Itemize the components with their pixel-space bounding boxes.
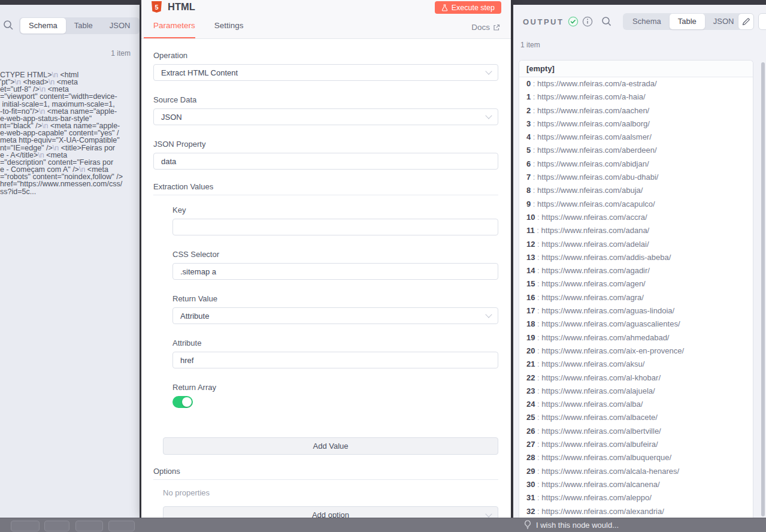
output-panel: OUTPUT Schema Table JSON 1 item [empty] … (513, 5, 766, 518)
canvas-button-ghost (75, 521, 103, 531)
tab-parameters[interactable]: Parameters (153, 21, 195, 38)
canvas-button-ghost (11, 521, 40, 531)
table-row: 30 : https://www.nfeiras.com/alcanena/ (519, 478, 753, 491)
json-property-input[interactable] (153, 153, 498, 170)
pencil-icon (742, 18, 750, 26)
key-label: Key (172, 205, 498, 214)
table-row: 23 : https://www.nfeiras.com/alajuela/ (519, 385, 753, 398)
table-row: 27 : https://www.nfeiras.com/albufeira/ (519, 438, 753, 451)
output-column-header: [empty] (519, 61, 753, 77)
table-row: 16 : https://www.nfeiras.com/agra/ (519, 291, 753, 304)
table-row: 31 : https://www.nfeiras.com/aleppo/ (519, 491, 753, 504)
table-row: 32 : https://www.nfeiras.com/alexandria/ (519, 505, 753, 518)
table-row: 2 : https://www.nfeiras.com/aachen/ (519, 104, 753, 117)
table-row: 9 : https://www.nfeiras.com/acapulco/ (519, 198, 753, 211)
node-header: 5 HTML Execute step Parameters Settings … (141, 0, 511, 39)
return-value-label: Return Value (172, 294, 498, 303)
table-row: 20 : https://www.nfeiras.com/aix-en-prov… (519, 344, 753, 358)
search-icon[interactable] (601, 16, 612, 27)
docs-link[interactable]: Docs (471, 23, 500, 32)
chevron-down-icon (485, 68, 492, 74)
return-value-select[interactable]: Attribute (172, 307, 498, 324)
input-tab-schema[interactable]: Schema (20, 18, 66, 34)
table-row: 15 : https://www.nfeiras.com/agen/ (519, 277, 753, 291)
search-icon[interactable] (3, 20, 14, 31)
output-item-count: 1 item (520, 41, 540, 49)
output-view-tabs: Schema Table JSON (623, 13, 743, 30)
edit-output-button[interactable] (738, 13, 754, 30)
return-array-label: Return Array (172, 383, 498, 392)
success-check-icon (568, 16, 579, 27)
operation-label: Operation (153, 51, 498, 60)
table-row: 21 : https://www.nfeiras.com/aksu/ (519, 358, 753, 371)
css-selector-input[interactable] (172, 263, 498, 280)
external-link-icon (493, 24, 500, 31)
chevron-down-icon (485, 112, 492, 119)
chevron-down-icon (485, 510, 492, 517)
source-data-select[interactable]: JSON (153, 108, 498, 125)
table-row: 18 : https://www.nfeiras.com/aguascalien… (519, 318, 753, 331)
input-item-count: 1 item (111, 49, 131, 58)
table-row: 3 : https://www.nfeiras.com/aalborg/ (519, 117, 753, 131)
input-schema-text: CTYPE HTML>\n <html'pt">\n <head>\n <met… (0, 71, 137, 195)
table-row: 22 : https://www.nfeiras.com/al-khobar/ (519, 371, 753, 385)
input-panel: Schema Table JSON 1 item CTYPE HTML>\n <… (0, 5, 140, 518)
table-row: 11 : https://www.nfeiras.com/adana/ (519, 224, 753, 237)
table-row: 10 : https://www.nfeiras.com/accra/ (519, 211, 753, 224)
extraction-values-section: Extraction Values (153, 182, 498, 195)
canvas-button-ghost (44, 521, 69, 531)
table-row: 4 : https://www.nfeiras.com/aalsmer/ (519, 131, 753, 144)
table-row: 29 : https://www.nfeiras.com/alcala-hena… (519, 465, 753, 478)
table-row: 25 : https://www.nfeiras.com/albacete/ (519, 411, 753, 424)
attribute-input[interactable] (172, 352, 498, 368)
flask-icon (441, 4, 448, 11)
tab-settings[interactable]: Settings (214, 21, 244, 38)
table-row: 0 : https://www.nfeiras.com/a-estrada/ (519, 77, 753, 90)
input-tab-json[interactable]: JSON (101, 18, 139, 34)
html5-icon: 5 (152, 1, 162, 13)
table-row: 6 : https://www.nfeiras.com/abidjan/ (519, 158, 753, 171)
key-input[interactable] (172, 219, 498, 235)
json-property-label: JSON Property (153, 140, 498, 149)
execute-step-button[interactable]: Execute step (435, 1, 501, 14)
lightbulb-icon (524, 520, 531, 530)
output-tab-schema[interactable]: Schema (624, 14, 670, 29)
pin-output-button[interactable] (758, 13, 766, 30)
operation-select[interactable]: Extract HTML Content (153, 64, 498, 81)
table-row: 19 : https://www.nfeiras.com/ahmedabad/ (519, 331, 753, 344)
output-table: [empty] 0 : https://www.nfeiras.com/a-es… (519, 60, 753, 518)
output-title: OUTPUT (523, 17, 564, 26)
node-feedback-link[interactable]: I wish this node would... (524, 520, 619, 530)
options-section: Options (153, 467, 498, 480)
no-properties-text: No properties (163, 488, 498, 497)
table-row: 13 : https://www.nfeiras.com/addis-abeba… (519, 251, 753, 264)
table-row: 26 : https://www.nfeiras.com/albertville… (519, 425, 753, 438)
table-row: 1 : https://www.nfeiras.com/a-haia/ (519, 90, 753, 104)
info-icon[interactable] (582, 16, 593, 27)
table-row: 28 : https://www.nfeiras.com/albuquerque… (519, 451, 753, 464)
input-view-tabs: Schema Table JSON (19, 17, 140, 34)
return-array-toggle[interactable] (172, 396, 193, 408)
add-value-button[interactable]: Add Value (163, 437, 498, 455)
node-title: HTML (168, 1, 195, 13)
output-scrollbar[interactable] (761, 62, 765, 516)
table-row: 17 : https://www.nfeiras.com/aguas-lindo… (519, 304, 753, 318)
attribute-label: Attribute (172, 338, 498, 347)
table-row: 14 : https://www.nfeiras.com/agadir/ (519, 264, 753, 277)
canvas-overlay-strip: I wish this node would... (0, 518, 766, 532)
table-row: 24 : https://www.nfeiras.com/alba/ (519, 398, 753, 411)
table-row: 5 : https://www.nfeiras.com/aberdeen/ (519, 144, 753, 157)
output-tab-table[interactable]: Table (670, 14, 705, 29)
output-tab-json[interactable]: JSON (705, 14, 743, 29)
active-tab-underline (144, 37, 195, 38)
chevron-down-icon (485, 311, 492, 318)
node-detail-panel: 5 HTML Execute step Parameters Settings … (141, 0, 511, 518)
css-selector-label: CSS Selector (172, 250, 498, 259)
table-row: 7 : https://www.nfeiras.com/abu-dhabi/ (519, 171, 753, 184)
table-row: 8 : https://www.nfeiras.com/abuja/ (519, 184, 753, 197)
input-tab-table[interactable]: Table (66, 18, 101, 34)
canvas-button-ghost (108, 521, 135, 531)
source-data-label: Source Data (153, 95, 498, 104)
table-row: 12 : https://www.nfeiras.com/adelai/ (519, 238, 753, 251)
